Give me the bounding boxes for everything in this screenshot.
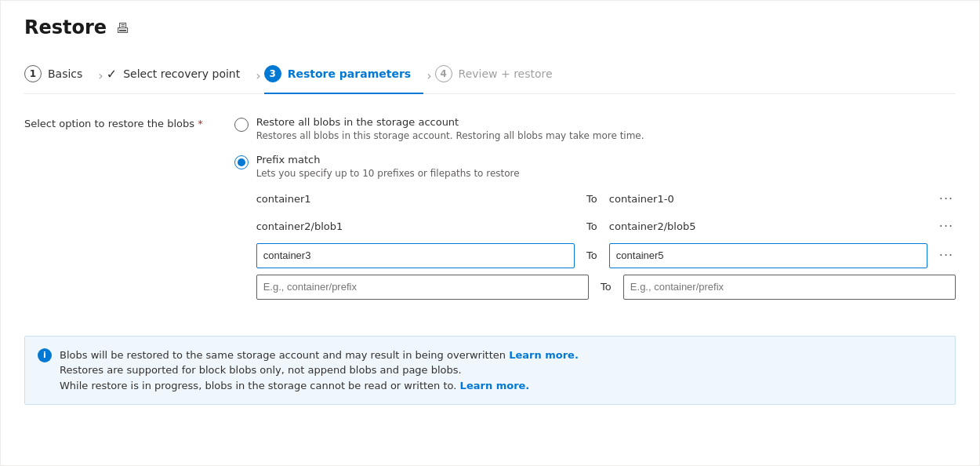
to-label-1: To xyxy=(584,193,600,205)
check-icon: ✓ xyxy=(107,67,117,82)
separator-3: › xyxy=(426,68,431,83)
prefix-row-2-dest: container2/blob5 xyxy=(609,220,927,232)
option-prefix-match[interactable]: Prefix match Lets you specify up to 10 p… xyxy=(234,154,956,306)
step-restore-params-label: Restore parameters xyxy=(288,67,412,80)
info-banner: i Blobs will be restored to the same sto… xyxy=(24,336,956,406)
step-restore-params[interactable]: 3 Restore parameters xyxy=(264,57,424,93)
step-recovery-label: Select recovery point xyxy=(123,67,240,80)
page-header: Restore 🖶 xyxy=(24,16,956,38)
to-label-3: To xyxy=(584,249,600,261)
info-icon: i xyxy=(38,348,52,362)
step-recovery-point[interactable]: ✓ Select recovery point xyxy=(107,59,252,93)
step-basics-label: Basics xyxy=(48,67,82,80)
to-label-2: To xyxy=(584,220,600,232)
step-3-number: 3 xyxy=(264,65,281,82)
radio-selected-dot xyxy=(238,158,245,166)
all-blobs-desc: Restores all blobs in this storage accou… xyxy=(256,129,956,143)
info-banner-text: Blobs will be restored to the same stora… xyxy=(60,348,579,394)
info-line3: While restore is in progress, blobs in t… xyxy=(60,380,456,391)
radio-prefix-match[interactable] xyxy=(234,155,249,169)
prefix-row-4: To xyxy=(256,275,956,300)
prefix-row-3: To ··· xyxy=(256,243,956,268)
step-basics[interactable]: 1 Basics xyxy=(24,57,95,93)
page-title: Restore xyxy=(24,16,107,38)
prefix-row-2: container2/blob1 To container2/blob5 ··· xyxy=(256,216,956,237)
prefix-row-1-source: container1 xyxy=(256,193,575,205)
dots-menu-2[interactable]: ··· xyxy=(937,219,956,234)
prefix-match-label: Prefix match xyxy=(256,154,956,166)
radio-all-blobs[interactable] xyxy=(234,118,249,132)
learn-more-link-1[interactable]: Learn more. xyxy=(509,349,579,361)
required-marker: * xyxy=(198,118,203,129)
learn-more-link-2[interactable]: Learn more. xyxy=(460,380,530,391)
print-icon[interactable]: 🖶 xyxy=(116,20,130,36)
prefix-input-4-dest[interactable] xyxy=(623,275,956,300)
info-main-text: Blobs will be restored to the same stora… xyxy=(60,349,506,361)
step-1-number: 1 xyxy=(24,65,42,82)
all-blobs-label: Restore all blobs in the storage account xyxy=(256,116,956,128)
prefix-table: container1 To container1-0 ··· container… xyxy=(256,188,956,300)
separator-1: › xyxy=(98,68,103,83)
restore-options: Restore all blobs in the storage account… xyxy=(234,116,956,317)
prefix-input-3-dest[interactable] xyxy=(609,243,927,268)
prefix-row-1: container1 To container1-0 ··· xyxy=(256,188,956,209)
content-area: Select option to restore the blobs * Res… xyxy=(24,116,956,317)
step-4-number: 4 xyxy=(435,65,452,82)
wizard-steps: 1 Basics › ✓ Select recovery point › 3 R… xyxy=(24,57,956,94)
dots-menu-3[interactable]: ··· xyxy=(937,248,956,263)
prefix-row-1-dest: container1-0 xyxy=(609,193,927,205)
field-label: Select option to restore the blobs * xyxy=(24,116,203,129)
step-review-restore[interactable]: 4 Review + restore xyxy=(435,57,565,93)
dots-menu-1[interactable]: ··· xyxy=(937,191,956,206)
separator-2: › xyxy=(256,68,260,83)
step-review-label: Review + restore xyxy=(459,67,553,80)
info-line2: Restores are supported for block blobs o… xyxy=(60,364,462,376)
prefix-match-desc: Lets you specify up to 10 prefixes or fi… xyxy=(256,167,956,180)
prefix-input-3-source[interactable] xyxy=(256,243,575,268)
option-all-blobs[interactable]: Restore all blobs in the storage account… xyxy=(234,116,956,143)
to-label-4: To xyxy=(598,281,614,293)
prefix-input-4-source[interactable] xyxy=(256,275,589,300)
prefix-row-2-source: container2/blob1 xyxy=(256,220,575,232)
